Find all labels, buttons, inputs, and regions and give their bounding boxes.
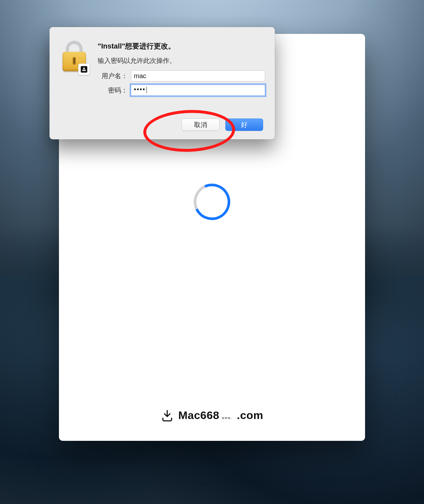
password-input[interactable]: •••• [131, 85, 265, 96]
brand-www: www. [222, 416, 232, 420]
dialog-subtitle: 输入密码以允许此次操作。 [98, 56, 265, 65]
adobe-badge-icon [81, 66, 87, 73]
text-caret-icon [147, 87, 147, 93]
password-label: 密码： [98, 86, 128, 95]
username-input[interactable] [131, 70, 265, 81]
auth-dialog: "Install"想要进行更改。 输入密码以允许此次操作。 用户名： 密码： •… [49, 27, 275, 139]
password-mask: •••• [134, 86, 146, 93]
lock-icon [61, 41, 88, 73]
ok-button[interactable]: 好 [225, 119, 263, 131]
cancel-button-label: 取消 [194, 120, 207, 129]
dialog-title: "Install"想要进行更改。 [98, 41, 265, 51]
brand-name: Mac668 [178, 409, 219, 422]
download-icon [161, 409, 174, 422]
username-label: 用户名： [98, 72, 128, 80]
brand-com: .com [237, 409, 263, 422]
cancel-button[interactable]: 取消 [182, 119, 219, 131]
ok-button-label: 好 [241, 120, 247, 129]
loading-spinner-icon [189, 178, 235, 225]
brand-footer: Mac668 www. .com [161, 409, 263, 422]
